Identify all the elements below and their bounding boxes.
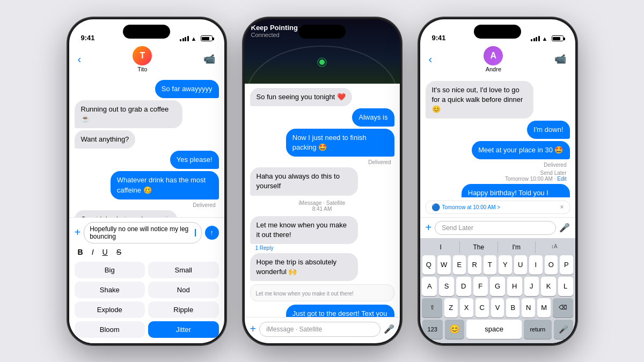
key-s[interactable]: S: [439, 277, 454, 296]
status-time-1: 9:41: [81, 34, 95, 42]
keyboard-3: I The I'm ↕A Q W E R T Y U I O P A S D: [420, 238, 575, 343]
key-g[interactable]: G: [490, 277, 505, 296]
message-row: So fun seeing you tonight ❤️: [250, 88, 394, 106]
key-emoji[interactable]: 😊: [445, 320, 464, 339]
back-button-3[interactable]: ‹: [429, 53, 433, 65]
key-y[interactable]: Y: [499, 255, 512, 275]
bubble: Meet at your place in 30 🤩: [472, 141, 569, 159]
message-row: Want anything?: [75, 130, 219, 149]
suggestion-i[interactable]: I: [422, 241, 460, 253]
bubble: Always is: [352, 108, 394, 127]
text-cursor-1: [195, 229, 195, 237]
add-button-1[interactable]: +: [75, 226, 81, 239]
key-e[interactable]: E: [453, 255, 466, 275]
suggestion-the[interactable]: The: [460, 241, 498, 253]
key-c[interactable]: C: [475, 298, 489, 317]
underline-button[interactable]: U: [103, 248, 108, 256]
key-k[interactable]: K: [541, 277, 556, 296]
message-input-3[interactable]: Send Later: [435, 221, 555, 235]
effect-shake[interactable]: Shake: [75, 282, 145, 298]
key-a[interactable]: A: [422, 277, 437, 296]
key-w[interactable]: W: [437, 255, 451, 275]
input-area-1: + Hopefully no one will notice my leg bo…: [69, 217, 224, 343]
send-later-close[interactable]: ×: [560, 203, 564, 211]
message-row: It's so nice out, I'd love to go for a q…: [426, 81, 570, 119]
key-h[interactable]: H: [507, 277, 522, 296]
key-123[interactable]: 123: [422, 320, 443, 339]
bubble: Just got to the desert! Text you when I'…: [286, 305, 394, 316]
battery-icon-1: [201, 35, 213, 41]
effect-jitter[interactable]: Jitter: [148, 321, 219, 338]
effect-explode[interactable]: Explode: [75, 301, 145, 318]
mic-button-3[interactable]: 🎤: [559, 223, 570, 233]
imessage-label: iMessage · Satellite8:41 AM: [250, 200, 394, 212]
key-j[interactable]: J: [524, 277, 539, 296]
key-x[interactable]: X: [460, 298, 473, 317]
key-v[interactable]: V: [491, 298, 504, 317]
message-row: Just got to the desert! Text you when I'…: [250, 305, 394, 316]
send-later-time: 🔵 Tomorrow at 10:00 AM >: [431, 203, 501, 211]
key-m[interactable]: M: [537, 298, 551, 317]
status-time-3: 9:41: [432, 34, 446, 42]
key-i[interactable]: I: [529, 255, 543, 275]
phone-1: 9:41 ▲ ‹ T Tito 📹: [68, 18, 226, 345]
key-t[interactable]: T: [484, 255, 497, 275]
send-later-container: 🔵 Tomorrow at 10:00 AM > ×: [420, 197, 575, 217]
key-delete[interactable]: ⌫: [553, 298, 573, 317]
avatar-1: T: [133, 46, 152, 65]
key-d[interactable]: D: [456, 277, 471, 296]
bold-button[interactable]: B: [78, 248, 83, 256]
key-z[interactable]: Z: [444, 298, 458, 317]
contact-info-3[interactable]: A Andre: [484, 46, 503, 72]
italic-button[interactable]: I: [92, 248, 94, 256]
key-n[interactable]: N: [522, 298, 535, 317]
key-mic[interactable]: 🎤: [554, 320, 573, 339]
video-button-3[interactable]: 📹: [554, 53, 566, 65]
send-later-pill[interactable]: 🔵 Tomorrow at 10:00 AM > ×: [426, 201, 570, 214]
message-row: Haha you always do this to yourself: [250, 167, 394, 195]
key-f[interactable]: F: [473, 277, 488, 296]
kb-row-1: Q W E R T Y U I O P: [422, 255, 573, 275]
effect-bloom[interactable]: Bloom: [75, 321, 145, 338]
send-later-label: Send LaterTomorrow 10:00 AM · Edit: [426, 170, 567, 182]
effect-nod[interactable]: Nod: [148, 282, 219, 298]
message-row: Running out to grab a coffee ☕: [75, 100, 219, 128]
bubble: So far awayyyyy: [155, 80, 219, 98]
message-input-1[interactable]: Hopefully no one will notice my leg boun…: [84, 222, 201, 243]
video-button-1[interactable]: 📹: [203, 53, 215, 65]
key-shift[interactable]: ⇧: [422, 298, 442, 317]
key-b[interactable]: B: [506, 298, 519, 317]
key-space[interactable]: space: [466, 320, 522, 339]
key-r[interactable]: R: [468, 255, 481, 275]
key-return[interactable]: return: [524, 320, 551, 339]
back-button-1[interactable]: ‹: [78, 53, 82, 65]
mic-button-2[interactable]: 🎤: [384, 324, 394, 334]
effect-ripple[interactable]: Ripple: [148, 301, 219, 318]
suggestion-im[interactable]: I'm: [498, 241, 536, 253]
message-row: I'm down!: [426, 121, 570, 139]
key-q[interactable]: Q: [422, 255, 436, 275]
input-area-2: + iMessage · Satellite 🎤: [245, 317, 400, 343]
edit-link[interactable]: Edit: [557, 176, 566, 182]
bubble: Yes please!: [170, 151, 219, 169]
bubble: It's so nice out, I'd love to go for a q…: [426, 81, 534, 119]
add-button-3[interactable]: +: [426, 221, 432, 234]
delivered-label-1: Delivered: [75, 202, 216, 208]
contact-info-1[interactable]: T Tito: [133, 46, 152, 72]
message-input-2[interactable]: iMessage · Satellite: [259, 322, 380, 337]
strikethrough-button[interactable]: S: [116, 248, 121, 256]
send-button-1[interactable]: ↑: [205, 226, 219, 240]
reply-link[interactable]: 1 Reply: [255, 245, 394, 251]
bubble: So fun seeing you tonight ❤️: [250, 88, 352, 106]
effect-small[interactable]: Small: [148, 262, 219, 278]
phone-3: 9:41 ▲ ‹ A Andre 📹: [419, 18, 577, 345]
key-o[interactable]: O: [545, 255, 558, 275]
key-p[interactable]: P: [560, 255, 573, 275]
key-l[interactable]: L: [558, 277, 573, 296]
wifi-icon-3: ▲: [542, 35, 548, 42]
effect-big[interactable]: Big: [75, 262, 145, 278]
suggestion-format[interactable]: ↕A: [536, 241, 573, 253]
key-u[interactable]: U: [514, 255, 528, 275]
bubble: One triple shot coming up ☕: [75, 210, 178, 217]
add-button-2[interactable]: +: [250, 323, 257, 335]
